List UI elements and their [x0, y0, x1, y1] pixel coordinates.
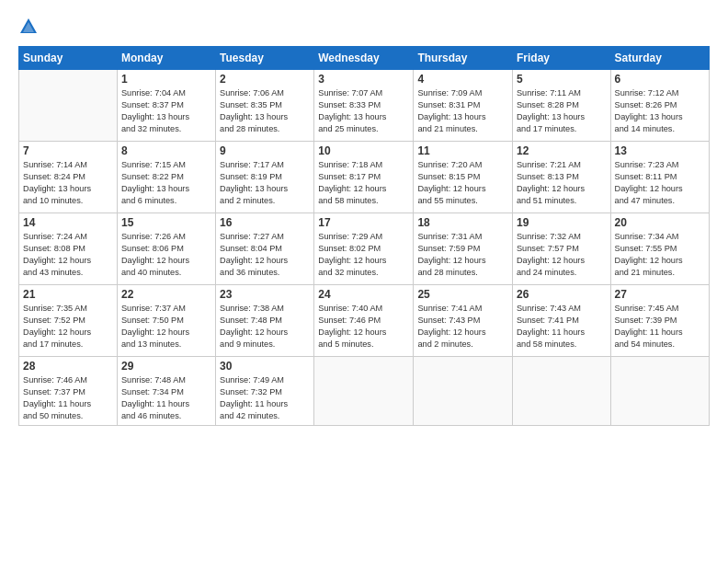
day-cell: 24Sunrise: 7:40 AM Sunset: 7:46 PM Dayli… [314, 285, 414, 357]
week-row-2: 7Sunrise: 7:14 AM Sunset: 8:24 PM Daylig… [19, 142, 710, 213]
day-number: 6 [615, 73, 705, 86]
day-number: 13 [615, 144, 705, 157]
day-cell [314, 357, 414, 426]
day-info: Sunrise: 7:04 AM Sunset: 8:37 PM Dayligh… [121, 87, 211, 135]
day-cell: 4Sunrise: 7:09 AM Sunset: 8:31 PM Daylig… [414, 70, 513, 142]
logo-icon [18, 17, 39, 37]
day-info: Sunrise: 7:38 AM Sunset: 7:48 PM Dayligh… [220, 303, 310, 350]
day-cell [512, 357, 610, 426]
day-number: 29 [121, 360, 211, 373]
day-cell: 11Sunrise: 7:20 AM Sunset: 8:15 PM Dayli… [414, 142, 513, 213]
day-info: Sunrise: 7:07 AM Sunset: 8:33 PM Dayligh… [318, 87, 409, 135]
week-row-5: 28Sunrise: 7:46 AM Sunset: 7:37 PM Dayli… [19, 357, 710, 426]
day-cell: 26Sunrise: 7:43 AM Sunset: 7:41 PM Dayli… [512, 285, 610, 357]
day-info: Sunrise: 7:23 AM Sunset: 8:11 PM Dayligh… [615, 159, 705, 207]
day-number: 16 [220, 216, 310, 229]
day-cell: 21Sunrise: 7:35 AM Sunset: 7:52 PM Dayli… [19, 285, 118, 357]
day-cell: 18Sunrise: 7:31 AM Sunset: 7:59 PM Dayli… [414, 213, 513, 285]
column-header-saturday: Saturday [610, 47, 709, 70]
calendar-table: SundayMondayTuesdayWednesdayThursdayFrid… [18, 46, 710, 426]
day-number: 9 [220, 144, 310, 157]
day-cell: 27Sunrise: 7:45 AM Sunset: 7:39 PM Dayli… [610, 285, 709, 357]
day-number: 3 [318, 73, 409, 86]
day-info: Sunrise: 7:31 AM Sunset: 7:59 PM Dayligh… [417, 231, 508, 279]
day-cell: 1Sunrise: 7:04 AM Sunset: 8:37 PM Daylig… [117, 70, 215, 142]
day-info: Sunrise: 7:15 AM Sunset: 8:22 PM Dayligh… [121, 159, 211, 207]
day-cell: 15Sunrise: 7:26 AM Sunset: 8:06 PM Dayli… [117, 213, 215, 285]
day-cell: 14Sunrise: 7:24 AM Sunset: 8:08 PM Dayli… [19, 213, 118, 285]
column-header-friday: Friday [512, 47, 610, 70]
day-number: 19 [517, 216, 607, 229]
day-cell: 16Sunrise: 7:27 AM Sunset: 8:04 PM Dayli… [216, 213, 314, 285]
column-header-monday: Monday [117, 47, 215, 70]
column-header-sunday: Sunday [19, 47, 118, 70]
day-cell: 20Sunrise: 7:34 AM Sunset: 7:55 PM Dayli… [610, 213, 709, 285]
day-number: 22 [121, 288, 211, 301]
day-cell: 2Sunrise: 7:06 AM Sunset: 8:35 PM Daylig… [216, 70, 314, 142]
day-info: Sunrise: 7:21 AM Sunset: 8:13 PM Dayligh… [517, 159, 607, 207]
day-number: 17 [318, 216, 409, 229]
day-cell: 19Sunrise: 7:32 AM Sunset: 7:57 PM Dayli… [512, 213, 610, 285]
day-info: Sunrise: 7:24 AM Sunset: 8:08 PM Dayligh… [23, 231, 113, 279]
day-number: 5 [517, 73, 607, 86]
day-cell: 10Sunrise: 7:18 AM Sunset: 8:17 PM Dayli… [314, 142, 414, 213]
day-number: 4 [417, 73, 508, 86]
day-info: Sunrise: 7:06 AM Sunset: 8:35 PM Dayligh… [220, 87, 310, 135]
day-cell: 9Sunrise: 7:17 AM Sunset: 8:19 PM Daylig… [216, 142, 314, 213]
day-info: Sunrise: 7:45 AM Sunset: 7:39 PM Dayligh… [615, 303, 705, 350]
day-number: 27 [615, 288, 705, 301]
day-cell: 8Sunrise: 7:15 AM Sunset: 8:22 PM Daylig… [117, 142, 215, 213]
day-info: Sunrise: 7:32 AM Sunset: 7:57 PM Dayligh… [517, 231, 607, 279]
day-info: Sunrise: 7:35 AM Sunset: 7:52 PM Dayligh… [23, 303, 113, 350]
column-header-thursday: Thursday [414, 47, 513, 70]
calendar-header-row: SundayMondayTuesdayWednesdayThursdayFrid… [19, 47, 710, 70]
day-number: 24 [318, 288, 409, 301]
day-info: Sunrise: 7:41 AM Sunset: 7:43 PM Dayligh… [417, 303, 508, 350]
day-cell: 28Sunrise: 7:46 AM Sunset: 7:37 PM Dayli… [19, 357, 118, 426]
day-info: Sunrise: 7:11 AM Sunset: 8:28 PM Dayligh… [517, 87, 607, 135]
day-number: 26 [517, 288, 607, 301]
day-number: 28 [23, 360, 113, 373]
day-info: Sunrise: 7:12 AM Sunset: 8:26 PM Dayligh… [615, 87, 705, 135]
day-info: Sunrise: 7:34 AM Sunset: 7:55 PM Dayligh… [615, 231, 705, 279]
day-cell: 13Sunrise: 7:23 AM Sunset: 8:11 PM Dayli… [610, 142, 709, 213]
logo [18, 17, 40, 37]
page-header [18, 17, 710, 37]
day-info: Sunrise: 7:37 AM Sunset: 7:50 PM Dayligh… [121, 303, 211, 350]
day-cell: 12Sunrise: 7:21 AM Sunset: 8:13 PM Dayli… [512, 142, 610, 213]
column-header-wednesday: Wednesday [314, 47, 414, 70]
day-number: 7 [23, 144, 113, 157]
day-info: Sunrise: 7:29 AM Sunset: 8:02 PM Dayligh… [318, 231, 409, 279]
day-cell [19, 70, 118, 142]
day-cell: 6Sunrise: 7:12 AM Sunset: 8:26 PM Daylig… [610, 70, 709, 142]
day-number: 8 [121, 144, 211, 157]
day-number: 21 [23, 288, 113, 301]
day-number: 25 [417, 288, 508, 301]
day-number: 23 [220, 288, 310, 301]
day-cell: 17Sunrise: 7:29 AM Sunset: 8:02 PM Dayli… [314, 213, 414, 285]
day-info: Sunrise: 7:14 AM Sunset: 8:24 PM Dayligh… [23, 159, 113, 207]
day-number: 2 [220, 73, 310, 86]
day-cell: 22Sunrise: 7:37 AM Sunset: 7:50 PM Dayli… [117, 285, 215, 357]
day-info: Sunrise: 7:48 AM Sunset: 7:34 PM Dayligh… [121, 374, 211, 422]
column-header-tuesday: Tuesday [216, 47, 314, 70]
day-cell: 5Sunrise: 7:11 AM Sunset: 8:28 PM Daylig… [512, 70, 610, 142]
day-info: Sunrise: 7:49 AM Sunset: 7:32 PM Dayligh… [220, 374, 310, 422]
day-info: Sunrise: 7:17 AM Sunset: 8:19 PM Dayligh… [220, 159, 310, 207]
day-number: 18 [417, 216, 508, 229]
week-row-1: 1Sunrise: 7:04 AM Sunset: 8:37 PM Daylig… [19, 70, 710, 142]
day-number: 30 [220, 360, 310, 373]
day-info: Sunrise: 7:09 AM Sunset: 8:31 PM Dayligh… [417, 87, 508, 135]
day-info: Sunrise: 7:20 AM Sunset: 8:15 PM Dayligh… [417, 159, 508, 207]
day-cell: 7Sunrise: 7:14 AM Sunset: 8:24 PM Daylig… [19, 142, 118, 213]
day-number: 15 [121, 216, 211, 229]
day-cell: 3Sunrise: 7:07 AM Sunset: 8:33 PM Daylig… [314, 70, 414, 142]
day-number: 11 [417, 144, 508, 157]
day-info: Sunrise: 7:43 AM Sunset: 7:41 PM Dayligh… [517, 303, 607, 350]
day-number: 12 [517, 144, 607, 157]
week-row-4: 21Sunrise: 7:35 AM Sunset: 7:52 PM Dayli… [19, 285, 710, 357]
day-number: 10 [318, 144, 409, 157]
day-cell: 23Sunrise: 7:38 AM Sunset: 7:48 PM Dayli… [216, 285, 314, 357]
day-info: Sunrise: 7:46 AM Sunset: 7:37 PM Dayligh… [23, 374, 113, 422]
day-cell: 25Sunrise: 7:41 AM Sunset: 7:43 PM Dayli… [414, 285, 513, 357]
